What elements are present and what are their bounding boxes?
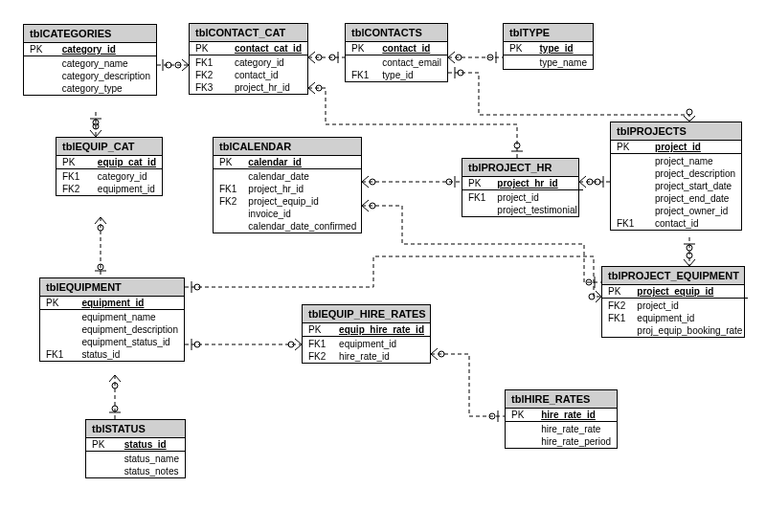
svg-point-50 bbox=[194, 284, 200, 290]
svg-point-5 bbox=[316, 55, 322, 60]
svg-point-48 bbox=[687, 253, 692, 258]
svg-point-54 bbox=[586, 279, 592, 285]
entity-title: tblCATEGORIES bbox=[24, 25, 156, 43]
svg-point-13 bbox=[93, 123, 99, 129]
entity-contact-cat: tblCONTACT_CAT PKcontact_cat_id FK1categ… bbox=[189, 23, 308, 95]
svg-point-36 bbox=[587, 179, 593, 185]
svg-point-38 bbox=[595, 179, 600, 185]
entity-title: tblCONTACT_CAT bbox=[190, 24, 307, 42]
svg-point-7 bbox=[329, 55, 335, 60]
svg-point-1 bbox=[175, 62, 181, 68]
entity-equipment: tblEQUIPMENT PKequipment_id equipment_na… bbox=[39, 277, 185, 362]
svg-point-28 bbox=[439, 351, 444, 357]
svg-point-30 bbox=[489, 413, 495, 419]
entity-title: tblCALENDAR bbox=[214, 138, 361, 156]
entity-status: tblSTATUS PKstatus_id status_name status… bbox=[85, 419, 186, 478]
entity-hire-rates: tblHIRE_RATES PKhire_rate_id hire_rate_r… bbox=[505, 389, 618, 449]
entity-title: tblPROJECT_EQUIPMENT bbox=[602, 267, 744, 285]
entity-title: tblHIRE_RATES bbox=[506, 390, 617, 409]
entity-title: tblEQUIPMENT bbox=[40, 278, 184, 297]
entity-equip-cat: tblEQUIP_CAT PKequip_cat_id FK1category_… bbox=[56, 137, 163, 196]
svg-point-34 bbox=[446, 179, 452, 185]
svg-point-11 bbox=[487, 55, 493, 60]
entity-contacts: tblCONTACTS PKcontact_id contact_email F… bbox=[345, 23, 448, 82]
entity-equip-hire-rates: tblEQUIP_HIRE_RATES PKequip_hire_rate_id… bbox=[302, 304, 431, 364]
svg-point-3 bbox=[166, 62, 171, 68]
svg-point-52 bbox=[370, 203, 375, 209]
svg-point-47 bbox=[687, 245, 692, 251]
svg-point-25 bbox=[288, 342, 294, 347]
svg-point-23 bbox=[112, 406, 118, 411]
entity-title: tblTYPE bbox=[504, 24, 593, 42]
entity-title: tblEQUIP_HIRE_RATES bbox=[303, 305, 430, 323]
entity-categories: tblCATEGORIES PKcategory_id category_nam… bbox=[23, 24, 157, 96]
svg-point-15 bbox=[93, 120, 99, 125]
svg-point-44 bbox=[514, 143, 520, 148]
svg-point-40 bbox=[458, 70, 463, 76]
entity-title: tblCONTACTS bbox=[346, 24, 447, 42]
svg-point-32 bbox=[370, 179, 375, 185]
svg-point-27 bbox=[194, 342, 200, 347]
entity-title: tblEQUIP_CAT bbox=[56, 138, 162, 156]
entity-title: tblPROJECTS bbox=[611, 122, 741, 141]
entity-project-hr: tblPROJECT_HR PKproject_hr_id FK1project… bbox=[462, 158, 579, 217]
entity-type: tblTYPE PKtype_id type_name bbox=[503, 23, 594, 70]
svg-point-9 bbox=[456, 55, 462, 60]
entity-calendar: tblCALENDAR PKcalendar_id calendar_date … bbox=[213, 137, 362, 233]
entity-projects: tblPROJECTS PKproject_id project_name pr… bbox=[610, 122, 742, 231]
entity-title: tblPROJECT_HR bbox=[462, 159, 578, 177]
svg-point-21 bbox=[112, 383, 118, 388]
svg-point-19 bbox=[98, 264, 103, 270]
entity-project-equipment: tblPROJECT_EQUIPMENT PKproject_equip_id … bbox=[601, 266, 745, 338]
svg-point-17 bbox=[98, 225, 103, 231]
entity-title: tblSTATUS bbox=[86, 420, 185, 438]
svg-point-51 bbox=[589, 294, 595, 299]
svg-point-41 bbox=[687, 109, 692, 115]
svg-point-42 bbox=[316, 85, 322, 91]
